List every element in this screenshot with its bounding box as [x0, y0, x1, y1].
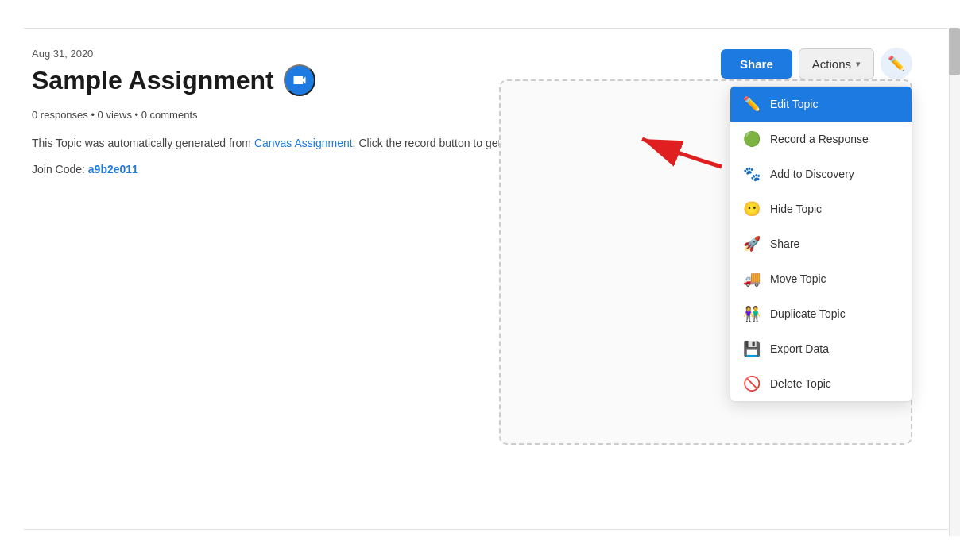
dropdown-item-icon: 😶: [743, 200, 761, 218]
dropdown-item-icon: 🟢: [743, 130, 761, 148]
edit-pencil-button[interactable]: ✏️: [881, 48, 912, 79]
chevron-down-icon: ▾: [856, 59, 861, 69]
dropdown-item[interactable]: 🐾Add to Discovery: [730, 156, 912, 191]
dropdown-item-icon: 💾: [743, 340, 761, 357]
scrollbar-thumb[interactable]: [949, 28, 960, 75]
pencil-icon: ✏️: [888, 55, 905, 72]
dropdown-item[interactable]: 😶Hide Topic: [730, 191, 912, 226]
canvas-assignment-link[interactable]: Canvas Assignment: [254, 137, 353, 149]
dropdown-item[interactable]: 🚫Delete Topic: [730, 366, 912, 401]
red-arrow-indicator: [634, 123, 730, 174]
dropdown-item-label: Delete Topic: [770, 377, 831, 390]
dropdown-item-label: Hide Topic: [770, 203, 822, 215]
dropdown-item-label: Record a Response: [770, 133, 869, 145]
dropdown-item-icon: 🚫: [743, 375, 761, 392]
dropdown-item-icon: 🚀: [743, 235, 761, 253]
dropdown-item-icon: 👫: [743, 305, 761, 322]
page-title: Sample Assignment: [32, 66, 274, 95]
top-divider: [24, 28, 948, 29]
dropdown-item[interactable]: 👫Duplicate Topic: [730, 296, 912, 331]
page-wrapper: Aug 31, 2020 Sample Assignment 0 respons…: [0, 0, 960, 560]
dropdown-item-label: Export Data: [770, 342, 829, 355]
bottom-divider: [24, 529, 948, 530]
share-button[interactable]: Share: [721, 49, 792, 79]
actions-button[interactable]: Actions ▾: [799, 48, 874, 79]
actions-button-label: Actions: [812, 57, 851, 71]
dropdown-item[interactable]: 🚀Share: [730, 226, 912, 261]
actions-dropdown-menu: ✏️Edit Topic🟢Record a Response🐾Add to Di…: [730, 86, 912, 402]
description-text-1: This Topic was automatically generated f…: [32, 137, 254, 149]
media-svg-icon: [292, 72, 308, 88]
media-icon-button[interactable]: [284, 64, 315, 96]
dropdown-item-icon: ✏️: [743, 95, 761, 113]
dropdown-item[interactable]: 💾Export Data: [730, 331, 912, 366]
dropdown-item[interactable]: ✏️Edit Topic: [730, 87, 912, 122]
dropdown-item[interactable]: 🚚Move Topic: [730, 261, 912, 296]
dropdown-item[interactable]: 🟢Record a Response: [730, 122, 912, 156]
dropdown-item-icon: 🐾: [743, 165, 761, 183]
join-code-label: Join Code:: [32, 163, 88, 176]
dropdown-item-label: Move Topic: [770, 272, 826, 285]
dropdown-item-icon: 🚚: [743, 270, 761, 288]
dropdown-item-label: Share: [770, 238, 799, 250]
dropdown-item-label: Edit Topic: [770, 98, 818, 110]
join-code-link[interactable]: a9b2e011: [88, 163, 138, 176]
scrollbar-track: [949, 28, 960, 536]
dropdown-item-label: Duplicate Topic: [770, 307, 846, 320]
action-buttons-group: Share Actions ▾ ✏️: [721, 48, 912, 79]
dropdown-item-label: Add to Discovery: [770, 168, 854, 180]
